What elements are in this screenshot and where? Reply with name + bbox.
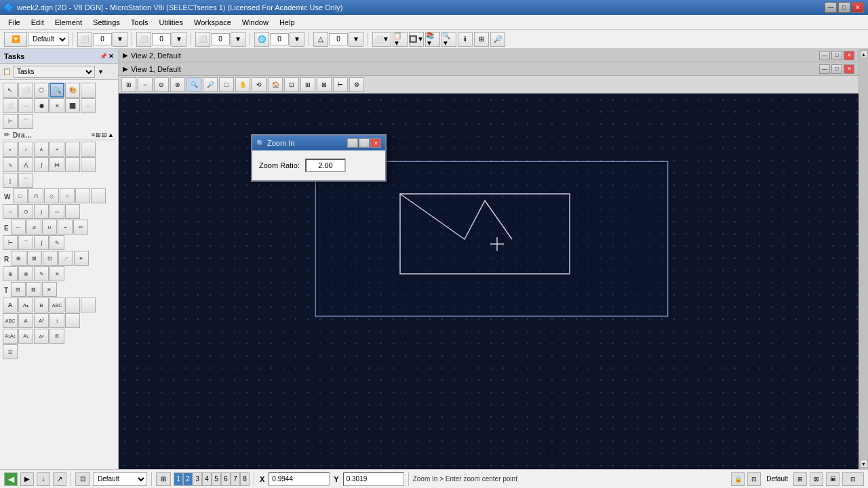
v1-tb-12[interactable]: ⊞	[300, 77, 315, 92]
view1-max-btn[interactable]: □	[831, 64, 842, 74]
x-coord-field[interactable]: 0.9944	[269, 472, 330, 486]
tool-pointer[interactable]: ↖	[3, 83, 18, 98]
draw-r3[interactable]: ⊡	[43, 251, 58, 266]
draw-grid[interactable]: ⊞	[50, 329, 64, 344]
draw-text-5b[interactable]	[65, 313, 80, 328]
toolbar-icon-a[interactable]: 📋▼	[393, 32, 408, 47]
draw-zigzag[interactable]: ⋀	[18, 157, 33, 172]
draw-e7[interactable]: ⌒	[18, 235, 33, 250]
draw-r9[interactable]: ✕	[50, 266, 64, 281]
tool-2-4[interactable]: ✕	[50, 98, 64, 113]
draw-text-a4[interactable]: A²	[34, 313, 49, 328]
y-coord-field[interactable]: 0.3019	[343, 472, 404, 486]
menu-element[interactable]: Element	[50, 15, 87, 29]
draw-ata[interactable]: A₁A₂	[3, 329, 18, 344]
view-num-2[interactable]: 2	[183, 472, 193, 486]
zoom-dialog-max-btn[interactable]: □	[359, 138, 370, 148]
v1-tb-zoom-prev[interactable]: ⊖	[154, 77, 169, 92]
draw-text-abc2[interactable]: ABC	[3, 313, 18, 328]
v1-tb-rect[interactable]: □	[219, 77, 234, 92]
draw-diamond[interactable]: ◇	[44, 188, 59, 203]
view-num-4[interactable]: 4	[202, 472, 212, 486]
zoom-ratio-input[interactable]	[305, 159, 346, 172]
draw-e1[interactable]: ⋯	[11, 220, 26, 235]
canvas-area[interactable]: 🔍 Zoom In — □ ✕ Zoom Ratio:	[119, 94, 859, 469]
draw-e4[interactable]: ⌁	[58, 220, 73, 235]
view2-min-btn[interactable]: —	[819, 51, 830, 60]
nav-fwd-btn[interactable]: ▶	[20, 472, 34, 486]
status-icon-2[interactable]: ⊡	[747, 472, 761, 486]
section-compact-icon[interactable]: ⊟	[102, 131, 107, 138]
toolbar-num-3[interactable]	[211, 33, 230, 45]
menu-help[interactable]: Help	[274, 15, 300, 29]
toolbar-icon-1[interactable]: ⬜	[77, 32, 92, 47]
tasks-close-icon[interactable]: ✕	[108, 53, 114, 60]
draw-poly[interactable]: ⊓	[28, 188, 43, 203]
draw-point[interactable]: •	[3, 142, 18, 157]
draw-circle-sm[interactable]: ○	[60, 188, 75, 203]
toolbar-icon-e[interactable]: ℹ	[458, 32, 473, 47]
v1-tb-15[interactable]: ⚙	[349, 77, 364, 92]
section-grid-icon[interactable]: ⊞	[96, 131, 101, 138]
tasks-select[interactable]: Tasks	[14, 66, 95, 78]
toolbar-icon-3[interactable]: ⬜	[195, 32, 210, 47]
toolbar-num-5[interactable]	[329, 33, 348, 45]
v1-tb-10[interactable]: 🏠	[268, 77, 283, 92]
draw-text-arrow[interactable]: ↕	[50, 313, 64, 328]
draw-text-6[interactable]	[81, 298, 96, 312]
toolbar-select[interactable]: Default	[28, 33, 68, 46]
draw-r2-6[interactable]	[81, 157, 96, 172]
draw-text-a3[interactable]: A	[18, 313, 33, 328]
view2-close-btn[interactable]: ✕	[844, 51, 854, 60]
tool-active-1[interactable]: 🔍	[50, 83, 64, 98]
draw-curve[interactable]: ⌒	[18, 173, 33, 188]
scroll-down-btn[interactable]: ▼	[860, 460, 868, 468]
draw-text-b[interactable]: B	[34, 298, 49, 312]
view-num-5[interactable]: 5	[212, 472, 221, 486]
status-icon-3[interactable]: ⊞	[793, 472, 807, 486]
status-icon-4[interactable]: ⊠	[810, 472, 823, 486]
menu-file[interactable]: File	[3, 15, 26, 29]
toolbar-icon-g[interactable]: 🔎	[490, 32, 505, 47]
draw-6[interactable]	[81, 142, 96, 157]
view1-close-btn[interactable]: ✕	[844, 64, 854, 74]
v1-tb-14[interactable]: ⊢	[333, 77, 348, 92]
zoom-dialog-min-btn[interactable]: —	[347, 138, 358, 148]
menu-utilities[interactable]: Utilities	[154, 15, 189, 29]
maximize-button[interactable]: □	[838, 2, 850, 13]
v1-tb-pan[interactable]: ✋	[235, 77, 250, 92]
v1-tb-1[interactable]: ⊞	[121, 77, 136, 92]
nav-arrow-btn[interactable]: ↓	[37, 472, 50, 486]
view2-max-btn[interactable]: □	[831, 51, 842, 60]
status-icon-6[interactable]: ⊡	[842, 472, 864, 486]
tool-3-1[interactable]: ⊢	[3, 114, 18, 129]
toolbar-icon-d[interactable]: 🔍▼	[441, 32, 456, 47]
tool-2-3[interactable]: ⬢	[34, 98, 49, 113]
v1-tb-zoom-next[interactable]: ⊕	[170, 77, 185, 92]
draw-e2[interactable]: ⌀	[26, 220, 41, 235]
draw-r5[interactable]: ✶	[74, 251, 89, 266]
toolbar-icon-5[interactable]: △	[313, 32, 328, 47]
draw-r7[interactable]: ⊗	[18, 266, 33, 281]
zoom-dialog-close-btn[interactable]: ✕	[370, 138, 381, 148]
menu-window[interactable]: Window	[237, 15, 274, 29]
tool-3-2[interactable]: ⌒	[18, 114, 33, 129]
view-num-3[interactable]: 3	[193, 472, 202, 486]
draw-arc[interactable]: )	[34, 204, 49, 219]
draw-t2[interactable]: ⊠	[26, 282, 41, 297]
view-num-6[interactable]: 6	[221, 472, 231, 486]
status-icon-5[interactable]: 🏛	[826, 472, 840, 486]
view-num-8[interactable]: 8	[240, 472, 250, 486]
draw-wave[interactable]: ∫	[34, 157, 49, 172]
scroll-up-btn[interactable]: ▲	[860, 50, 868, 58]
draw-branch[interactable]: ⋈	[50, 157, 64, 172]
toolbar-icon-4[interactable]: 🌐	[254, 32, 269, 47]
tool-select-fence[interactable]: ⬡	[34, 83, 49, 98]
v1-tb-13[interactable]: ⊠	[317, 77, 332, 92]
tool-select-box[interactable]: ⬜	[18, 83, 33, 98]
draw-text-5[interactable]	[65, 298, 80, 312]
draw-r2-5[interactable]	[65, 157, 80, 172]
v1-tb-active[interactable]: 🔍	[186, 77, 201, 92]
draw-dots[interactable]: ⊡	[3, 344, 18, 359]
toolbar-icon-b[interactable]: 🔲▼	[409, 32, 424, 47]
